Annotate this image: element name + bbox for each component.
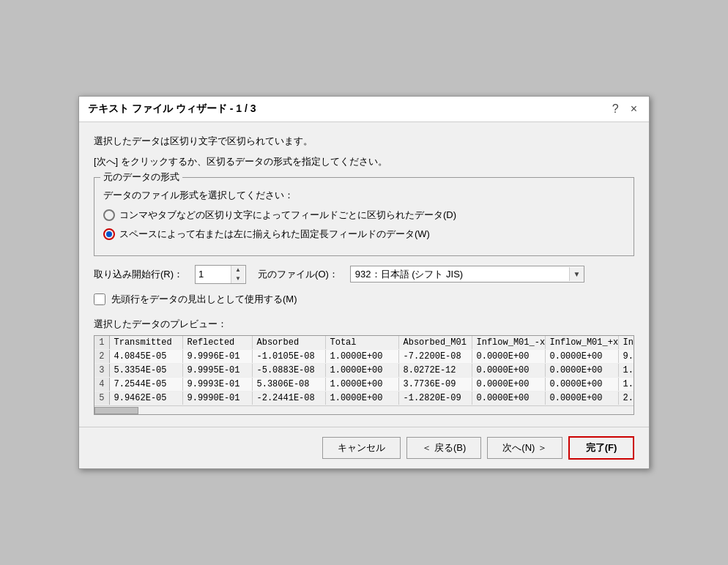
table-cell: 1.0000E+00 xyxy=(325,391,398,405)
radio-option-fixed[interactable]: スペースによって右または左に揃えられた固定長フィールドのデータ(W) xyxy=(103,228,625,241)
spin-up-button[interactable]: ▲ xyxy=(231,266,245,274)
table-cell: -2.2441E-08 xyxy=(252,391,325,405)
table-cell: 0.0000E+00 xyxy=(472,363,545,377)
table-cell: 9.9990E-01 xyxy=(182,391,252,405)
header-checkbox-row: 先頭行をデータの見出しとして使用する(M) xyxy=(94,293,634,306)
table-cell: 8.0272E-12 xyxy=(398,363,472,377)
header-checkbox[interactable] xyxy=(94,293,105,305)
preview-table-container: 1TransmittedReflectedAbsorbedTotalAbsorb… xyxy=(94,335,634,415)
radio-unselected-icon xyxy=(103,209,115,221)
table-cell: 0.0000E+00 xyxy=(545,377,618,391)
table-cell: 0.0000E+00 xyxy=(472,391,545,405)
radio-option-delimited[interactable]: コンマやタブなどの区切り文字によってフィールドごとに区切られたデータ(D) xyxy=(103,209,625,222)
table-cell: 0.0000E+00 xyxy=(472,349,545,363)
table-cell: Absorbed_M01 xyxy=(398,336,472,350)
row-number: 5 xyxy=(94,391,109,405)
table-cell: 1.0000E+00 xyxy=(325,363,398,377)
table-cell: 7.2544E-05 xyxy=(109,377,182,391)
row-number: 2 xyxy=(94,349,109,363)
preview-label: 選択したデータのプレビュー： xyxy=(94,318,634,331)
description-line1: 選択したデータは区切り文字で区切られています。 xyxy=(94,134,634,149)
table-cell: 9. xyxy=(618,349,634,363)
group-box-label: 元のデータの形式 xyxy=(100,171,182,184)
table-row: 47.2544E-059.9993E-015.3806E-081.0000E+0… xyxy=(94,377,634,391)
header-checkbox-label: 先頭行をデータの見出しとして使用する(M) xyxy=(111,293,297,306)
table-cell: 5.3806E-08 xyxy=(252,377,325,391)
table-cell: Absorbed xyxy=(252,336,325,350)
back-button[interactable]: ＜ 戻る(B) xyxy=(406,437,481,459)
table-cell: 1. xyxy=(618,377,634,391)
table-cell: 1.0000E+00 xyxy=(325,349,398,363)
table-cell: 4.0845E-05 xyxy=(109,349,182,363)
wizard-dialog: テキスト ファイル ウィザード - 1 / 3 ? × 選択したデータは区切り文… xyxy=(78,96,650,469)
horizontal-scrollbar[interactable] xyxy=(94,405,634,414)
preview-table: 1TransmittedReflectedAbsorbedTotalAbsorb… xyxy=(94,336,634,405)
start-row-label: 取り込み開始行(R)： xyxy=(94,268,183,281)
scrollbar-thumb[interactable] xyxy=(94,407,138,414)
help-button[interactable]: ? xyxy=(609,102,622,116)
next-button[interactable]: 次へ(N) ＞ xyxy=(487,437,562,459)
table-cell: Reflected xyxy=(182,336,252,350)
spin-down-button[interactable]: ▼ xyxy=(231,274,245,283)
table-cell: Inflow_M01_-x xyxy=(472,336,545,350)
table-cell: -1.0105E-08 xyxy=(252,349,325,363)
radio-selected-icon xyxy=(103,228,115,240)
table-cell: 9.9995E-01 xyxy=(182,363,252,377)
title-bar-buttons: ? × xyxy=(609,102,640,116)
table-cell: Total xyxy=(325,336,398,350)
table-cell: -1.2820E-09 xyxy=(398,391,472,405)
table-cell: Transmitted xyxy=(109,336,182,350)
table-cell: 9.9462E-05 xyxy=(109,391,182,405)
spin-buttons: ▲ ▼ xyxy=(231,266,245,283)
table-row: 24.0845E-059.9996E-01-1.0105E-081.0000E+… xyxy=(94,349,634,363)
table-cell: 0.0000E+00 xyxy=(545,363,618,377)
table-cell: Inflow_M01_+x xyxy=(545,336,618,350)
option2-label: スペースによって右または左に揃えられた固定長フィールドのデータ(W) xyxy=(119,228,430,241)
file-origin-label: 元のファイル(O)： xyxy=(258,268,338,281)
table-row: 59.9462E-059.9990E-01-2.2441E-081.0000E+… xyxy=(94,391,634,405)
table-row: 1TransmittedReflectedAbsorbedTotalAbsorb… xyxy=(94,336,634,350)
dialog-title: テキスト ファイル ウィザード - 1 / 3 xyxy=(88,102,256,116)
dialog-content: 選択したデータは区切り文字で区切られています。 [次へ] をクリックするか、区切… xyxy=(79,122,649,427)
cancel-button[interactable]: キャンセル xyxy=(322,437,401,459)
start-row-spinner: ▲ ▼ xyxy=(195,265,246,284)
table-row: 35.3354E-059.9995E-01-5.0883E-081.0000E+… xyxy=(94,363,634,377)
table-cell: 3.7736E-09 xyxy=(398,377,472,391)
table-cell: 0.0000E+00 xyxy=(545,349,618,363)
table-cell: 1. xyxy=(618,363,634,377)
table-cell: 2. xyxy=(618,391,634,405)
row-settings: 取り込み開始行(R)： ▲ ▼ 元のファイル(O)： ▼ xyxy=(94,265,634,284)
table-cell: -5.0883E-08 xyxy=(252,363,325,377)
table-cell: 0.0000E+00 xyxy=(472,377,545,391)
file-origin-select: ▼ xyxy=(350,266,584,282)
data-format-group: 元のデータの形式 データのファイル形式を選択してください： コンマやタブなどの区… xyxy=(94,177,634,256)
start-row-input[interactable] xyxy=(196,267,231,281)
format-sub-label: データのファイル形式を選択してください： xyxy=(103,188,625,203)
file-origin-input[interactable] xyxy=(351,266,569,282)
table-cell: 9.9996E-01 xyxy=(182,349,252,363)
table-cell: Infl xyxy=(618,336,634,350)
button-row: キャンセル ＜ 戻る(B) 次へ(N) ＞ 完了(F) xyxy=(79,427,649,468)
row-number: 4 xyxy=(94,377,109,391)
close-button[interactable]: × xyxy=(628,102,640,116)
table-cell: 9.9993E-01 xyxy=(182,377,252,391)
finish-button[interactable]: 完了(F) xyxy=(568,436,634,460)
table-cell: 1.0000E+00 xyxy=(325,377,398,391)
option1-label: コンマやタブなどの区切り文字によってフィールドごとに区切られたデータ(D) xyxy=(119,209,456,222)
title-bar: テキスト ファイル ウィザード - 1 / 3 ? × xyxy=(79,97,649,122)
select-dropdown-arrow[interactable]: ▼ xyxy=(569,267,584,281)
table-cell: 5.3354E-05 xyxy=(109,363,182,377)
description-line2: [次へ] をクリックするか、区切るデータの形式を指定してください。 xyxy=(94,154,634,169)
table-cell: 0.0000E+00 xyxy=(545,391,618,405)
row-number: 3 xyxy=(94,363,109,377)
row-number: 1 xyxy=(94,336,109,350)
table-cell: -7.2200E-08 xyxy=(398,349,472,363)
